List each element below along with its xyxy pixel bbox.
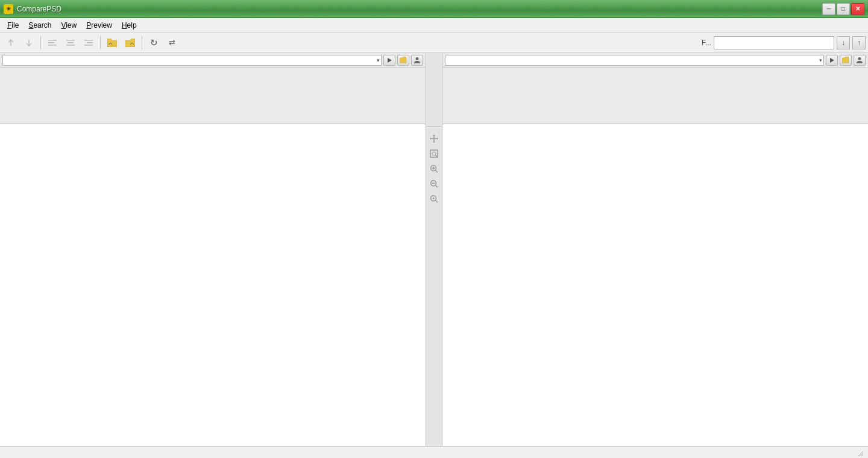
svg-marker-11: [125, 39, 135, 47]
toolbar-sep-3: [142, 36, 142, 49]
zoom-out-button[interactable]: [427, 177, 441, 190]
left-file-dropdown-wrapper[interactable]: [2, 55, 382, 66]
svg-point-30: [858, 57, 861, 60]
left-preview-panel: [0, 67, 426, 124]
content-area: [0, 53, 868, 446]
svg-line-33: [862, 455, 863, 456]
svg-point-16: [432, 152, 436, 155]
zoom-fit-button[interactable]: [427, 147, 441, 160]
menu-preview[interactable]: Preview: [81, 19, 117, 31]
svg-rect-3: [66, 40, 75, 41]
svg-rect-1: [48, 42, 54, 43]
align-center-button[interactable]: [62, 35, 79, 51]
menu-view[interactable]: View: [56, 19, 81, 31]
svg-marker-29: [842, 57, 849, 63]
minimize-button[interactable]: ─: [822, 3, 835, 15]
left-go-button[interactable]: [383, 55, 395, 66]
right-preview-panel: [442, 67, 868, 124]
main-toolbar: ↻ ⇄ F... ↓ ↑: [0, 33, 868, 53]
svg-marker-13: [400, 57, 406, 63]
next-diff-button[interactable]: [20, 35, 37, 51]
toolbar-sep-2: [100, 36, 101, 49]
svg-line-24: [436, 186, 438, 188]
left-panel-header: [0, 53, 426, 67]
right-file-dropdown[interactable]: [445, 55, 824, 66]
svg-rect-7: [87, 42, 93, 43]
right-file-dropdown-wrapper[interactable]: [445, 55, 824, 66]
svg-marker-28: [830, 58, 834, 63]
prev-diff-button[interactable]: [2, 35, 19, 51]
menu-help[interactable]: Help: [117, 19, 142, 31]
svg-line-21: [436, 171, 438, 173]
pan-tool-button[interactable]: [427, 132, 441, 145]
right-go-button[interactable]: [826, 55, 838, 66]
right-open-button[interactable]: [840, 55, 852, 66]
left-text-area[interactable]: [0, 124, 426, 446]
search-up-button[interactable]: ↑: [852, 36, 866, 49]
menu-file[interactable]: File: [2, 19, 24, 31]
svg-rect-0: [48, 40, 57, 41]
title-text: ComparePSD: [17, 5, 61, 13]
svg-rect-5: [66, 45, 75, 46]
left-open-button[interactable]: [397, 55, 409, 66]
right-column: [442, 53, 868, 446]
left-file-dropdown[interactable]: [2, 55, 382, 66]
search-label: F...: [702, 39, 711, 47]
open-right-button[interactable]: [122, 35, 139, 51]
svg-rect-6: [84, 40, 93, 41]
left-column: [0, 53, 426, 446]
svg-point-26: [433, 198, 435, 199]
align-left-button[interactable]: [44, 35, 61, 51]
close-button[interactable]: ✕: [851, 3, 864, 15]
app-icon: ☀: [4, 4, 13, 14]
right-text-area[interactable]: [442, 124, 868, 446]
svg-line-27: [436, 201, 438, 203]
status-bar: [0, 446, 868, 458]
search-down-button[interactable]: ↓: [837, 36, 850, 49]
title-left: ☀ ComparePSD: [4, 4, 61, 14]
svg-rect-4: [68, 42, 74, 43]
search-area: F... ↓ ↑: [702, 36, 866, 49]
refresh-button[interactable]: ↻: [145, 35, 162, 51]
window-controls: ─ □ ✕: [822, 3, 864, 15]
maximize-button[interactable]: □: [837, 3, 850, 15]
zoom-reset-button[interactable]: [427, 192, 441, 205]
swap-button[interactable]: ⇄: [163, 35, 180, 51]
svg-marker-12: [388, 58, 392, 63]
zoom-in-button[interactable]: [427, 162, 441, 175]
right-panel-header: [442, 53, 868, 67]
center-divider: [426, 53, 442, 446]
menu-bar: File Search View Preview Help: [0, 18, 868, 33]
resize-grip[interactable]: [855, 448, 864, 457]
search-input[interactable]: [714, 36, 834, 49]
svg-rect-2: [48, 45, 57, 46]
svg-rect-8: [84, 45, 93, 46]
svg-point-14: [416, 57, 419, 60]
left-user-button[interactable]: [411, 55, 423, 66]
right-user-button[interactable]: [854, 55, 866, 66]
toolbar-sep-1: [40, 36, 41, 49]
align-right-button[interactable]: [80, 35, 97, 51]
open-left-button[interactable]: [104, 35, 121, 51]
center-top-spacer: [426, 55, 442, 127]
svg-marker-9: [107, 39, 117, 47]
menu-search[interactable]: Search: [24, 19, 56, 31]
title-bar: ☀ ComparePSD ─ □ ✕: [0, 0, 868, 18]
